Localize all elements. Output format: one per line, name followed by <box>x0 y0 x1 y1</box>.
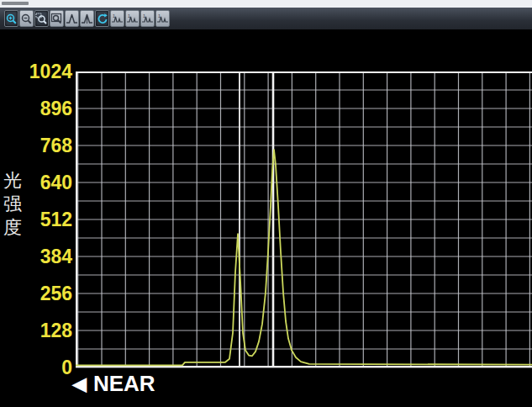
zoom-area-button[interactable] <box>34 10 49 27</box>
svg-text:1: 1 <box>113 13 115 18</box>
y-tick-label: 768 <box>15 135 72 156</box>
peak-marker-button[interactable] <box>80 10 94 27</box>
svg-text:1: 1 <box>128 13 130 18</box>
y-tick-label: 512 <box>15 209 72 230</box>
trace-preset-4-button[interactable]: 1 <box>155 10 170 27</box>
zoom-in-icon <box>5 13 18 25</box>
refresh-button[interactable] <box>95 10 109 27</box>
peak-marker-icon <box>81 13 93 25</box>
window-title-text <box>2 2 29 5</box>
near-label-text: NEAR <box>93 371 155 397</box>
zoom-full-icon <box>50 13 63 25</box>
waveform-icon: 1 <box>141 13 154 25</box>
svg-text:1: 1 <box>143 13 145 18</box>
refresh-icon <box>96 13 108 25</box>
title-bar <box>0 0 532 8</box>
waveform-icon: 1 <box>156 13 169 25</box>
y-tick-label: 1024 <box>15 61 72 82</box>
y-tick-label: 256 <box>15 283 72 304</box>
zoom-full-button[interactable] <box>50 10 64 27</box>
y-tick-label: 0 <box>15 357 72 378</box>
app-window: 1111 光强度 10248967686405123842561280 ◀ NE… <box>0 0 532 407</box>
svg-text:1: 1 <box>158 13 161 18</box>
zoom-out-icon <box>20 13 33 25</box>
trace-preset-2-button[interactable]: 1 <box>125 10 140 27</box>
waveform-icon: 1 <box>126 13 139 25</box>
zoom-out-button[interactable] <box>19 10 34 27</box>
near-direction-label: ◀ NEAR <box>72 371 155 397</box>
y-tick-label: 128 <box>15 320 72 341</box>
y-tick-label: 896 <box>15 98 72 119</box>
peak-icon <box>66 13 78 25</box>
y-tick-label: 384 <box>15 246 72 267</box>
waveform-icon: 1 <box>111 13 124 25</box>
trace-preset-1-button[interactable]: 1 <box>110 10 124 27</box>
toolbar: 1111 <box>0 8 532 29</box>
zoom-in-button[interactable] <box>4 10 18 27</box>
trace-preset-3-button[interactable]: 1 <box>140 10 155 27</box>
near-arrow-icon: ◀ <box>72 373 87 395</box>
y-tick-label: 640 <box>15 172 72 193</box>
zoom-area-icon <box>35 13 48 25</box>
peak-button[interactable] <box>65 10 79 27</box>
plot-svg <box>76 71 532 368</box>
plot-area[interactable] <box>76 71 532 368</box>
